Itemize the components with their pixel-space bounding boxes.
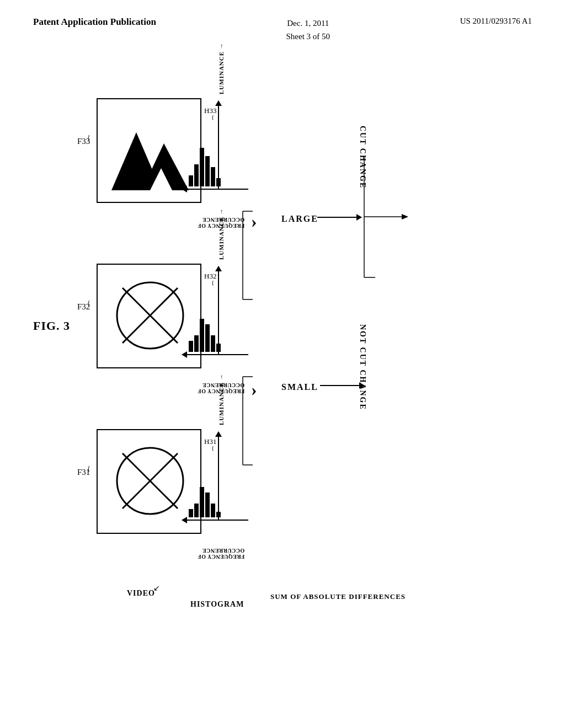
svg-rect-16 xyxy=(194,335,199,352)
label-h31: H31 xyxy=(204,437,216,446)
svg-rect-22 xyxy=(194,504,199,517)
h33-luminance-label: LUMINANCE → xyxy=(218,42,225,94)
frame-f33-content xyxy=(109,110,191,193)
video-arrow: ↙ xyxy=(153,584,160,593)
label-histogram: HISTOGRAM xyxy=(190,600,244,609)
h31-luminance-label: LUMINANCE → xyxy=(218,373,225,425)
publication-title: Patent Application Publication xyxy=(33,15,156,29)
svg-rect-26 xyxy=(216,512,221,517)
h32-brace: { xyxy=(211,279,214,286)
patent-number: US 2011/0293176 A1 xyxy=(460,17,532,26)
connecting-lines-2 xyxy=(243,374,254,550)
svg-rect-11 xyxy=(200,148,204,186)
h33-brace: { xyxy=(211,114,214,120)
svg-rect-18 xyxy=(205,324,210,352)
header-center: Dec. 1, 2011 Sheet 3 of 50 xyxy=(286,17,331,43)
publication-date: Dec. 1, 2011 xyxy=(287,19,329,28)
svg-rect-13 xyxy=(211,167,215,186)
sheet-info: Sheet 3 of 50 xyxy=(286,32,331,41)
svg-rect-9 xyxy=(189,175,193,186)
h32-bars xyxy=(188,280,221,357)
page-header: Patent Application Publication Dec. 1, 2… xyxy=(0,0,565,43)
svg-rect-17 xyxy=(200,319,204,352)
svg-rect-24 xyxy=(205,493,210,517)
label-h33: H33 xyxy=(204,106,216,115)
connecting-lines xyxy=(243,208,254,385)
h32-luminance-label: LUMINANCE → xyxy=(218,208,225,260)
label-small: SMALL xyxy=(281,382,318,392)
svg-rect-23 xyxy=(200,487,204,517)
svg-rect-21 xyxy=(189,509,193,517)
h31-bars xyxy=(188,446,221,522)
arrow-to-cut-change xyxy=(317,217,361,218)
f32-bracket: { xyxy=(87,299,90,308)
svg-rect-15 xyxy=(189,341,193,352)
h33-bars xyxy=(188,115,221,191)
svg-rect-10 xyxy=(194,164,199,186)
result-brackets xyxy=(359,109,425,413)
frame-f32-content xyxy=(109,273,191,358)
svg-rect-25 xyxy=(211,504,215,517)
arrow-to-not-cut-change xyxy=(320,385,364,386)
label-video: VIDEO xyxy=(127,589,155,598)
label-sad: SUM OF ABSOLUTE DIFFERENCES xyxy=(270,592,406,602)
label-large: LARGE xyxy=(281,214,318,224)
diagram-area: FIG. 3 F33 { F32 { F31 { xyxy=(0,54,565,716)
svg-rect-20 xyxy=(216,344,221,352)
f31-bracket: { xyxy=(87,465,90,473)
h31-brace: { xyxy=(211,445,214,451)
frame-f31-content xyxy=(109,438,191,524)
f33-bracket: { xyxy=(87,134,90,142)
label-h32: H32 xyxy=(204,272,216,281)
figure-label: FIG. 3 xyxy=(33,319,70,333)
svg-marker-37 xyxy=(402,214,408,220)
svg-rect-14 xyxy=(216,178,221,186)
svg-rect-19 xyxy=(211,335,215,352)
h31-freq-text: FREQUENCY OFOCCURRENCE xyxy=(198,548,244,560)
svg-rect-12 xyxy=(205,156,210,186)
